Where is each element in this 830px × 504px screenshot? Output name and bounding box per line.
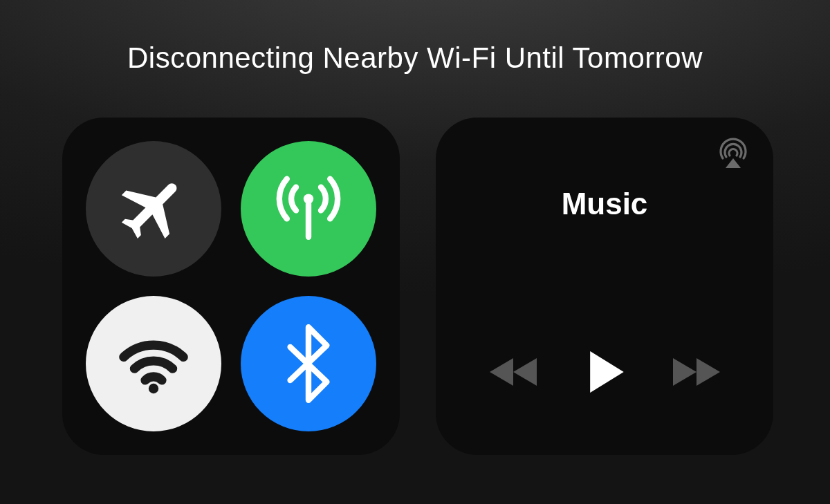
bluetooth-icon [274, 322, 343, 405]
airplay-button[interactable] [714, 137, 753, 176]
cellular-antenna-icon [267, 167, 350, 250]
wifi-button[interactable] [86, 296, 221, 431]
play-icon [579, 346, 630, 400]
airplane-mode-button[interactable] [86, 141, 221, 277]
now-playing-title: Music [436, 187, 773, 221]
status-banner: Disconnecting Nearby Wi-Fi Until Tomorro… [0, 41, 830, 75]
play-button[interactable] [573, 346, 636, 401]
wifi-icon [112, 322, 195, 405]
now-playing-card[interactable]: Music [436, 118, 773, 455]
next-track-button[interactable] [663, 346, 726, 401]
fast-forward-icon [667, 354, 721, 393]
control-center-row: Music [62, 118, 773, 455]
connectivity-card[interactable] [62, 118, 400, 455]
airplay-icon [716, 138, 750, 175]
svg-point-2 [149, 384, 158, 393]
bluetooth-button[interactable] [241, 296, 376, 431]
rewind-icon [488, 354, 542, 393]
cellular-data-button[interactable] [241, 141, 376, 277]
transport-controls [436, 346, 773, 401]
previous-track-button[interactable] [484, 346, 546, 401]
airplane-icon [115, 170, 192, 248]
